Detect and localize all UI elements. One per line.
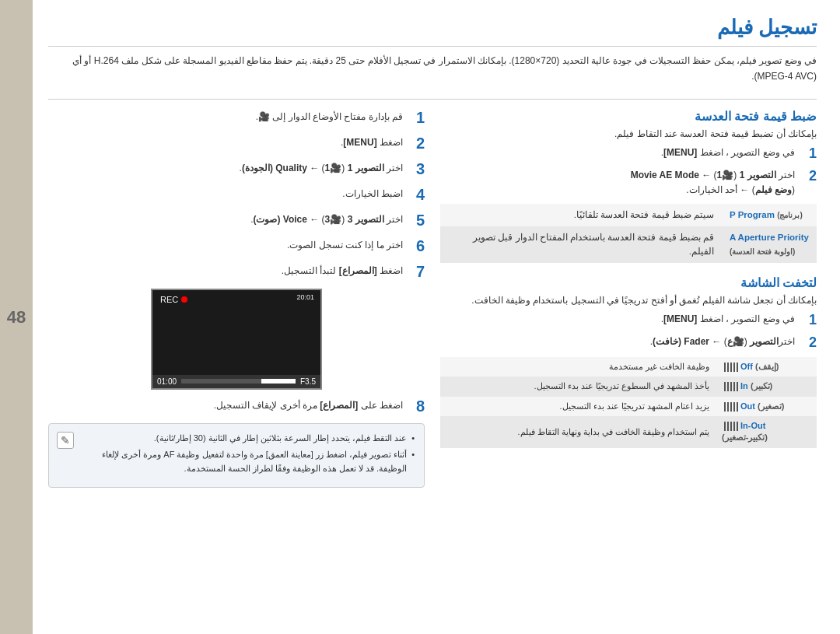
aperture-step-2: 2 اختر التصوير 1 (🎥1) ← Movie AE Mode(وض… [440,168,817,198]
table-row: A Aperture Priority(اولوبة فتحة العدسة) … [440,226,817,263]
note-bullet-1: • عند التقط فيلم، يتحدد إطار السرعة بثلا… [80,432,415,446]
aperture-priority-label: A Aperture Priority(اولوبة فتحة العدسة) [722,226,817,263]
right-column: 1 قم بإدارة مفتاح الأوضاع الدوار إلى 🎥. … [48,109,425,488]
note-bullet-2: • أثناء تصوير فيلم، اضغط زر [معاينة العم… [80,448,415,475]
fader-off-label: Off (إيقف) [716,357,817,377]
intro-text: في وضع تصوير فيلم، يمكن حفظ التسجيلات في… [48,53,817,85]
fader-step-1: 1 في وضع التصوير ، اضغط [MENU]. [440,312,817,328]
fader-in-icon [724,382,738,391]
right-step-8: 8 اضغط على [المصراع] مرة أخرى لإيقاف الت… [48,398,425,415]
fader-subtitle: بإمكانك أن تجعل شاشة الفيلم تُغمق أو أفت… [440,295,817,306]
table-row: In (تكبير) يأخذ المشهد في السطوع تدريجيً… [440,377,817,396]
rec-dot [181,296,187,303]
fader-in-label: In (تكبير) [716,377,817,396]
left-column: ضبط قيمة فتحة العدسة بإمكانك أن تضبط قيم… [440,109,817,488]
right-step-1: 1 قم بإدارة مفتاح الأوضاع الدوار إلى 🎥. [48,109,425,127]
main-content: تسجيل فيلم في وضع تصوير فيلم، يمكن حفظ ا… [33,0,840,634]
divider [48,99,817,100]
table-row: Off (إيقف) وظيفة الخافت غير مستخدمة [440,357,817,377]
fader-section-title: لتخفت الشاشة [440,275,817,290]
right-step-2: 2 اضغط [MENU]. [48,135,425,152]
fader-inout-icon [724,422,738,431]
program-label: P Program (برنامج) [722,204,817,226]
aperture-value: F3.5 [300,377,316,386]
note-icon: ✎ [57,432,74,449]
timer-display: 20:01 [296,293,314,301]
page-title: تسجيل فيلم [48,16,817,47]
note-content: • عند التقط فيلم، يتحدد إطار السرعة بثلا… [58,432,415,476]
rec-label: REC [160,295,178,304]
two-column-layout: ضبط قيمة فتحة العدسة بإمكانك أن تضبط قيم… [48,109,817,488]
aperture-step-1: 1 في وضع التصوير ، اضغط [MENU]. [440,145,817,162]
program-desc: سيتم ضبط قيمة فتحة العدسة تلقائيًا. [440,204,722,226]
aperture-section-title: ضبط قيمة فتحة العدسة [440,109,817,124]
fader-out-desc: يزيد اعتام المشهد تدريجيًا عند بدء التسج… [440,397,716,416]
page-number: 48 [0,0,33,634]
fader-off-desc: وظيفة الخافت غير مستخدمة [440,357,716,377]
progress-fill [261,379,296,384]
right-step-3: 3 اختر التصوير 1 (🎥1) ← Quality (الجودة)… [48,160,425,178]
aperture-section: ضبط قيمة فتحة العدسة بإمكانك أن تضبط قيم… [440,109,817,263]
right-step-7: 7 اضغط [المصراع] لتبدأ التسجيل. [48,263,425,281]
aperture-subtitle: بإمكانك أن تضبط قيمة فتحة العدسة عند الت… [440,128,817,139]
fader-off-icon [724,363,738,372]
fader-out-icon [724,402,738,412]
page-container: 48 تسجيل فيلم في وضع تصوير فيلم، يمكن حف… [0,0,840,634]
rec-indicator: REC [160,295,187,304]
time-remaining: 01:00 [157,377,177,386]
fader-options-table: Off (إيقف) وظيفة الخافت غير مستخدمة In (… [440,357,817,448]
fader-out-label: Out (تصغير) [716,397,817,416]
fader-inout-label: In-Out(تكبير-تصغير) [716,416,817,448]
fader-step-2: 2 اخترالتصوير (🎥ع) ← Fader (خافت). [440,335,817,351]
fader-in-desc: يأخذ المشهد في السطوع تدريجيًا عند بدء ا… [440,377,716,396]
aperture-priority-desc: قم بضبط قيمة فتحة العدسة باستخدام المفتا… [440,226,722,263]
fader-inout-desc: يتم استخدام وظيفة الخافت في بداية ونهاية… [440,416,716,448]
right-step-4: 4 اضبط الخيارات. [48,186,425,204]
fader-section: لتخفت الشاشة بإمكانك أن تجعل شاشة الفيلم… [440,275,817,448]
camera-controls-bar: F3.5 01:00 [152,375,320,388]
right-step-5: 5 اختر التصوير 3 (🎥3) ← Voice (صوت). [48,212,425,229]
table-row: P Program (برنامج) سيتم ضبط قيمة فتحة ال… [440,204,817,226]
camera-preview: REC 20:01 F3.5 01:00 [151,289,322,390]
note-box: ✎ • عند التقط فيلم، يتحدد إطار السرعة بث… [48,423,425,488]
table-row: In-Out(تكبير-تصغير) يتم استخدام وظيفة ال… [440,416,817,448]
right-step-6: 6 اختر ما إذا كنت تسجل الصوت. [48,237,425,255]
recording-progress [181,379,296,384]
aperture-options-table: P Program (برنامج) سيتم ضبط قيمة فتحة ال… [440,204,817,263]
table-row: Out (تصغير) يزيد اعتام المشهد تدريجيًا ع… [440,397,817,416]
